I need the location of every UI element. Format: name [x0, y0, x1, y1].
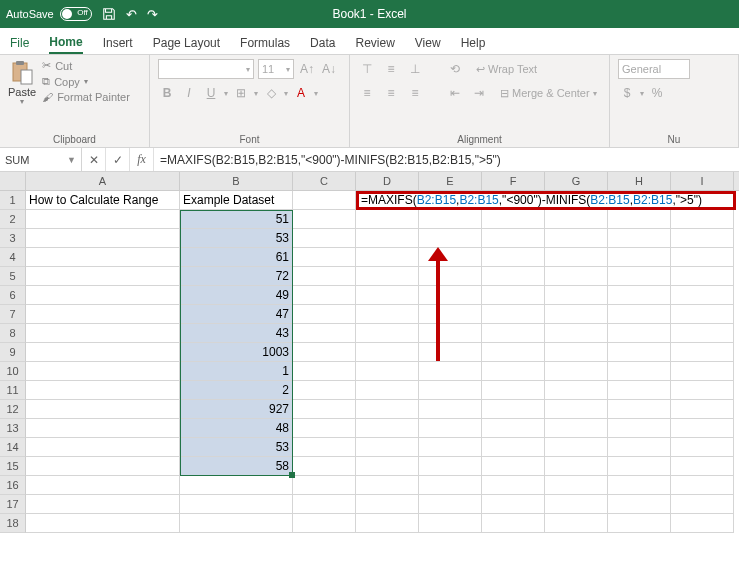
row-header[interactable]: 5	[0, 267, 26, 286]
font-size-select[interactable]: 11▾	[258, 59, 294, 79]
col-header[interactable]: I	[671, 172, 734, 190]
cell[interactable]	[545, 229, 608, 248]
col-header[interactable]: H	[608, 172, 671, 190]
cell[interactable]: 51	[180, 210, 293, 229]
cell[interactable]	[419, 305, 482, 324]
row-header[interactable]: 2	[0, 210, 26, 229]
align-bottom-icon[interactable]: ⊥	[406, 59, 424, 79]
undo-icon[interactable]: ↶	[126, 7, 137, 22]
cell[interactable]: 53	[180, 229, 293, 248]
row-header[interactable]: 16	[0, 476, 26, 495]
cell[interactable]	[26, 305, 180, 324]
copy-button[interactable]: ⧉Copy ▾	[42, 75, 130, 88]
orientation-icon[interactable]: ⟲	[446, 59, 464, 79]
cell[interactable]	[26, 400, 180, 419]
col-header[interactable]: D	[356, 172, 419, 190]
cell[interactable]	[356, 362, 419, 381]
tab-review[interactable]: Review	[355, 36, 394, 54]
cell[interactable]	[671, 229, 734, 248]
col-header[interactable]: E	[419, 172, 482, 190]
cell[interactable]	[545, 305, 608, 324]
cell[interactable]	[419, 210, 482, 229]
cell[interactable]	[356, 305, 419, 324]
cell[interactable]	[293, 305, 356, 324]
cell[interactable]	[671, 248, 734, 267]
cell[interactable]	[608, 419, 671, 438]
cell[interactable]	[293, 457, 356, 476]
cell[interactable]	[608, 267, 671, 286]
cell[interactable]	[356, 210, 419, 229]
bold-button[interactable]: B	[158, 83, 176, 103]
cell[interactable]: 47	[180, 305, 293, 324]
cell[interactable]	[419, 400, 482, 419]
cell[interactable]	[545, 514, 608, 533]
row-header[interactable]: 8	[0, 324, 26, 343]
cell[interactable]	[482, 381, 545, 400]
cell[interactable]	[356, 381, 419, 400]
cell[interactable]	[419, 514, 482, 533]
cell[interactable]: 49	[180, 286, 293, 305]
cell[interactable]	[356, 495, 419, 514]
formula-input[interactable]: =MAXIFS(B2:B15,B2:B15,"<900")-MINIFS(B2:…	[154, 148, 739, 171]
editing-cell-overlay[interactable]: =MAXIFS(B2:B15,B2:B15,"<900")-MINIFS(B2:…	[356, 191, 736, 210]
cell[interactable]	[545, 267, 608, 286]
cell[interactable]	[608, 305, 671, 324]
increase-indent-icon[interactable]: ⇥	[470, 83, 488, 103]
cell[interactable]	[293, 343, 356, 362]
cell[interactable]	[419, 362, 482, 381]
align-top-icon[interactable]: ⊤	[358, 59, 376, 79]
cell[interactable]	[26, 286, 180, 305]
cell[interactable]	[545, 248, 608, 267]
cell[interactable]	[419, 495, 482, 514]
cell[interactable]	[482, 229, 545, 248]
cell[interactable]	[356, 438, 419, 457]
tab-help[interactable]: Help	[461, 36, 486, 54]
cell[interactable]: 72	[180, 267, 293, 286]
cell[interactable]	[671, 381, 734, 400]
cut-button[interactable]: ✂Cut	[42, 59, 130, 72]
row-header[interactable]: 14	[0, 438, 26, 457]
cell[interactable]	[545, 381, 608, 400]
cell[interactable]	[545, 400, 608, 419]
row-header[interactable]: 13	[0, 419, 26, 438]
cell[interactable]	[356, 267, 419, 286]
cell[interactable]	[671, 267, 734, 286]
cell[interactable]	[482, 286, 545, 305]
cell[interactable]	[356, 324, 419, 343]
cell[interactable]: 58	[180, 457, 293, 476]
cell[interactable]	[671, 457, 734, 476]
cell[interactable]	[671, 362, 734, 381]
merge-center-button[interactable]: ⊟Merge & Center ▾	[500, 87, 597, 100]
cell[interactable]	[26, 476, 180, 495]
align-center-icon[interactable]: ≡	[382, 83, 400, 103]
cell[interactable]	[419, 286, 482, 305]
cell[interactable]	[482, 476, 545, 495]
cell[interactable]	[180, 495, 293, 514]
cell[interactable]	[293, 381, 356, 400]
cell[interactable]	[419, 324, 482, 343]
tab-formulas[interactable]: Formulas	[240, 36, 290, 54]
cell[interactable]	[671, 324, 734, 343]
row-header[interactable]: 7	[0, 305, 26, 324]
cancel-formula-button[interactable]: ✕	[82, 148, 106, 171]
cell[interactable]: 61	[180, 248, 293, 267]
cell[interactable]	[26, 248, 180, 267]
font-name-select[interactable]: ▾	[158, 59, 254, 79]
cell[interactable]	[419, 229, 482, 248]
cell[interactable]: 2	[180, 381, 293, 400]
cell[interactable]	[671, 305, 734, 324]
fx-icon[interactable]: fx	[130, 148, 154, 171]
cell[interactable]: Example Dataset	[180, 191, 293, 210]
cell[interactable]	[356, 229, 419, 248]
currency-icon[interactable]: $	[618, 83, 636, 103]
cell[interactable]	[26, 362, 180, 381]
row-header[interactable]: 10	[0, 362, 26, 381]
cell[interactable]	[26, 324, 180, 343]
cell[interactable]	[671, 400, 734, 419]
cell[interactable]	[180, 514, 293, 533]
cell[interactable]	[26, 495, 180, 514]
cell[interactable]	[482, 362, 545, 381]
cell[interactable]	[26, 419, 180, 438]
cell[interactable]	[608, 248, 671, 267]
cell[interactable]	[419, 419, 482, 438]
